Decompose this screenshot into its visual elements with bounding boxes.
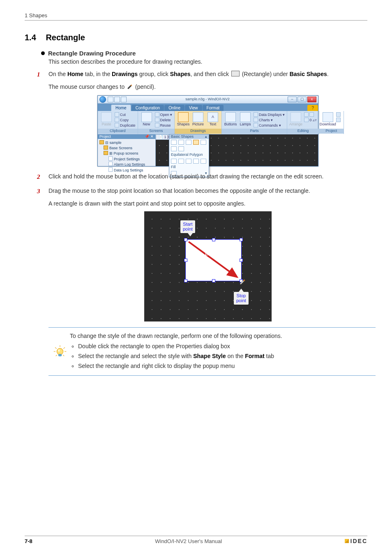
tree-root[interactable]: ⊟ sample (99, 140, 154, 146)
tip-content: To change the style of the drawn rectang… (70, 332, 374, 372)
ellipse-icon[interactable] (201, 140, 206, 145)
tab-home[interactable]: Home (111, 104, 131, 111)
octagon-icon[interactable] (201, 159, 206, 164)
drag-arrow (144, 211, 272, 321)
ribbon: Paste Cut Copy Duplicate Clipboard (98, 111, 318, 134)
polyline-icon[interactable] (178, 140, 184, 145)
collapse-icon[interactable]: ▴ (205, 135, 207, 139)
step-3: Drag the mouse to the stop point locatio… (33, 187, 367, 376)
group-label: Project (319, 129, 344, 134)
pie-icon[interactable] (178, 146, 184, 151)
commands-button[interactable]: Commands ▾ (254, 123, 285, 128)
sub-heading: Rectangle Drawing Procedure (41, 50, 367, 57)
svg-rect-12 (59, 354, 62, 356)
svg-line-9 (63, 355, 65, 356)
qat-button[interactable] (121, 97, 127, 102)
new-button[interactable]: New (140, 112, 153, 127)
shapes-button[interactable]: Shapes (177, 112, 190, 127)
tab-format[interactable]: Format (203, 105, 224, 111)
group-drawings: Shapes Picture AText Drawings (175, 111, 222, 134)
svg-line-5 (64, 347, 65, 349)
help-button[interactable]: ? (307, 105, 318, 111)
project-panel: Project 📌 ✕ ⊟ sample Base Screens ⊞ Popu… (98, 134, 156, 166)
qat-button[interactable] (114, 97, 120, 102)
group-editing: Arrange 0 ▵▿ Editing (287, 111, 319, 134)
tab-online[interactable]: Online (164, 105, 184, 111)
app-window: sample.n3g - WindO/I-NV2 – ▢ x Home Conf… (97, 95, 318, 166)
panel-pin-icon[interactable]: 📌 ✕ (145, 135, 154, 139)
pentagon-icon[interactable] (186, 159, 191, 164)
download-button[interactable]: Download (321, 112, 334, 127)
project-item[interactable] (336, 112, 341, 117)
tab-configuration[interactable]: Configuration (131, 105, 164, 111)
editing-item[interactable] (304, 112, 317, 117)
copy-button[interactable]: Copy (115, 118, 136, 123)
arc-icon[interactable] (171, 146, 177, 151)
minimize-button[interactable]: – (288, 97, 297, 102)
dd-header: Basic Shapes (171, 135, 194, 139)
bullet-icon (41, 51, 45, 55)
footer: 7-8 WindO/I-NV2 User's Manual IDEC (25, 536, 367, 544)
panel-title: Project 📌 ✕ (98, 134, 155, 139)
cut-button[interactable]: Cut (115, 112, 136, 117)
lamps-button[interactable]: Lamps (239, 112, 252, 127)
arrange-button[interactable]: Arrange (289, 112, 302, 127)
step-2-text: Click and hold the mouse button at the l… (48, 173, 323, 180)
svg-line-8 (56, 355, 57, 356)
paste-button[interactable]: Paste (100, 112, 113, 127)
tip-intro: To change the style of the drawn rectang… (70, 333, 282, 339)
tree-node[interactable]: Base Screens (104, 146, 154, 151)
svg-line-1 (189, 242, 237, 277)
clipboard-items: Cut Copy Duplicate (115, 112, 136, 128)
group-label: Editing (287, 129, 319, 134)
dd-fill-label: Fill (169, 164, 209, 170)
diamond-icon[interactable] (178, 159, 184, 164)
project-tree: ⊟ sample Base Screens ⊞ Popup screens Pr… (98, 139, 155, 174)
group-label: Drawings (175, 129, 221, 134)
data-displays-button[interactable]: Data Displays ▾ (254, 112, 285, 117)
delete-button[interactable]: Delete (155, 118, 173, 123)
tree-node[interactable]: Alarm Log Settings (108, 162, 154, 167)
app-menu-button[interactable] (99, 96, 106, 103)
edit-canvas[interactable]: 📄 1 [Base Basic Shapes▴ (156, 134, 318, 166)
picture-button[interactable]: Picture (191, 112, 205, 127)
drag-label: Drag (205, 249, 217, 258)
line-icon[interactable] (171, 140, 177, 145)
open-button[interactable]: Open ▾ (155, 112, 173, 117)
hexagon-icon[interactable] (193, 159, 199, 164)
close-button[interactable]: x (307, 97, 316, 102)
rectangle-icon[interactable] (193, 140, 199, 145)
page: 1 Shapes 1.4 Rectangle Rectangle Drawing… (0, 0, 392, 555)
group-screens: New Open ▾ Delete Reuse Screens (138, 111, 175, 134)
duplicate-button[interactable]: Duplicate (115, 123, 136, 128)
svg-line-4 (55, 347, 56, 349)
text-button[interactable]: AText (206, 112, 219, 127)
maximize-button[interactable]: ▢ (297, 97, 307, 102)
start-point-label: Startpoint (180, 220, 195, 233)
page-number: 7-8 (25, 538, 32, 544)
reuse-button[interactable]: Reuse (155, 123, 173, 128)
project-item[interactable] (336, 118, 341, 123)
ribbon-tabs: Home Configuration Online View Format ? (98, 104, 318, 111)
buttons-button[interactable]: Buttons (224, 112, 237, 127)
step-2: Click and hold the mouse button at the l… (33, 172, 367, 181)
pencil-icon (127, 83, 133, 92)
tree-node[interactable]: ⊞ Popup screens (104, 151, 154, 156)
triangle-icon[interactable] (171, 159, 177, 164)
tree-node[interactable]: Project Settings (108, 156, 154, 162)
step-3-text-b: A rectangle is drawn with the start poin… (48, 199, 367, 208)
step-1: On the Home tab, in the Drawings group, … (33, 70, 367, 166)
group-label: Parts (222, 129, 287, 134)
stop-point-label: Stoppoint (234, 292, 249, 305)
group-project: Download Project (319, 111, 344, 134)
group-label: Screens (138, 129, 175, 134)
zoom-field[interactable]: 0 ▵▿ (304, 118, 317, 123)
qat-button[interactable] (108, 97, 113, 102)
polygon-icon[interactable] (186, 140, 191, 145)
pencil-cursor-icon (239, 279, 246, 288)
shapes-dropdown: Basic Shapes▴ (169, 134, 209, 178)
window-title: sample.n3g - WindO/I-NV2 (127, 97, 288, 102)
tip-item: Select the rectangle and right click to … (78, 362, 374, 371)
charts-button[interactable]: Charts ▾ (254, 118, 285, 123)
tab-view[interactable]: View (185, 105, 202, 111)
